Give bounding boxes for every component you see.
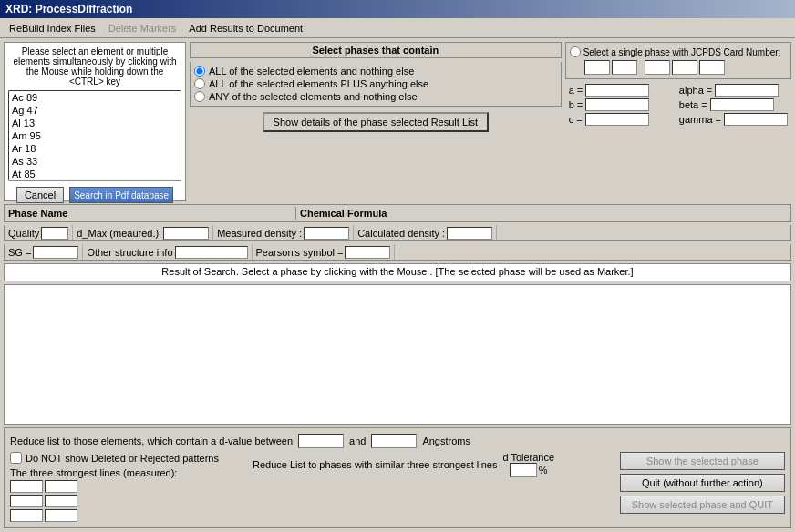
element-instructions: Please select an element or multiple ele…	[8, 46, 181, 87]
tolerance-input[interactable]: 5	[510, 463, 537, 477]
radio-any[interactable]: ANY of the selected elements and nothing…	[194, 91, 557, 102]
element-panel: Please select an element or multiple ele…	[4, 42, 186, 201]
chemical-formula-label: Chemical Formula	[296, 207, 790, 220]
lattice-gamma-input[interactable]	[724, 113, 788, 126]
measured-density-input[interactable]	[304, 227, 349, 240]
calculated-density-input[interactable]	[447, 227, 492, 240]
menu-rebuild[interactable]: ReBuild Index Files	[4, 22, 101, 35]
cancel-button[interactable]: Cancel	[16, 187, 64, 203]
jcpds-input-3[interactable]	[645, 60, 670, 75]
quality-label: Quality	[8, 228, 39, 239]
lattice-a-label: a =	[569, 85, 583, 96]
pearsons-input[interactable]	[345, 246, 390, 259]
sg-label: SG =	[8, 247, 31, 258]
measured-density-label: Measured density :	[217, 228, 302, 239]
value2-input[interactable]: 11.2	[371, 434, 417, 448]
phase-name-label: Phase Name	[5, 207, 296, 220]
line-input-3b[interactable]	[45, 509, 77, 522]
menu-delete: Delete Markers	[103, 22, 182, 35]
value1-input[interactable]: 5	[298, 434, 344, 448]
bottom-section: Reduce list to those elements, which con…	[4, 427, 791, 528]
pearsons-label: Pearson's symbol =	[256, 247, 344, 258]
show-quit-button[interactable]: Show selected phase and QUIT	[620, 496, 785, 514]
lattice-beta-input[interactable]	[710, 98, 774, 111]
dmax-label: d_Max (meaured.):	[77, 228, 161, 239]
other-structure-label: Other structure info	[87, 247, 172, 258]
and-label: and	[349, 435, 366, 446]
menu-bar: ReBuild Index Files Delete Markers Add R…	[0, 18, 795, 38]
tolerance-label: d Tolerance	[502, 452, 554, 463]
line-input-1b[interactable]	[45, 480, 77, 493]
lattice-alpha-label: alpha =	[679, 85, 712, 96]
line-input-2a[interactable]	[10, 495, 43, 507]
sg-input[interactable]	[33, 246, 78, 259]
phase-select-title: Select phases that contain	[190, 42, 562, 58]
jcpds-input-5[interactable]	[699, 60, 725, 75]
window-title: XRD: ProcessDiffraction	[5, 3, 132, 15]
result-list-area	[4, 284, 791, 425]
lattice-alpha-input[interactable]	[715, 84, 779, 97]
lattice-c-input[interactable]	[585, 113, 649, 126]
result-bar-text: Result of Search. Select a phase by clic…	[161, 266, 633, 277]
line-input-3a[interactable]	[10, 509, 43, 522]
line-input-2b[interactable]	[45, 495, 77, 507]
lattice-b-input[interactable]	[585, 98, 649, 111]
jcpds-input-1[interactable]	[584, 60, 610, 75]
lattice-c-label: c =	[569, 114, 583, 125]
lattice-a-input[interactable]	[585, 84, 649, 97]
angstroms-label: Angstroms	[422, 435, 470, 446]
jcpds-radio[interactable]	[570, 46, 581, 57]
three-strongest-label: The three strongest lines (measured):	[10, 467, 229, 478]
show-selected-button[interactable]: Show the selected phase	[620, 452, 785, 470]
menu-add-results[interactable]: Add Results to Document	[183, 22, 308, 35]
element-list[interactable]: Ac 89 Ag 47 Al 13 Am 95 Ar 18 As 33 At 8…	[8, 90, 181, 181]
jcpds-input-2[interactable]	[612, 60, 637, 75]
radio-all-nothing[interactable]: ALL of the selected elements and nothing…	[194, 66, 557, 77]
quit-button[interactable]: Quit (without further action)	[620, 474, 785, 492]
show-details-button[interactable]: Show details of the phase selected Resul…	[263, 112, 489, 132]
title-bar: XRD: ProcessDiffraction	[0, 0, 795, 18]
jcpds-label: Select a single phase with JCPDS Card Nu…	[583, 47, 781, 57]
result-info-bar: Result of Search. Select a phase by clic…	[4, 263, 791, 281]
other-structure-input[interactable]	[175, 246, 248, 259]
do-not-show-checkbox[interactable]	[10, 452, 22, 464]
dmax-input[interactable]	[163, 227, 209, 240]
lattice-beta-label: beta =	[679, 99, 707, 110]
line-input-1a[interactable]	[10, 480, 43, 493]
quality-input[interactable]	[41, 227, 68, 240]
radio-all-plus[interactable]: ALL of the selected elements PLUS anythi…	[194, 78, 557, 89]
search-pdf-button[interactable]: Search in Pdf database	[69, 187, 173, 203]
phase-info-bar: Phase Name Chemical Formula	[4, 204, 791, 222]
reduce-similar-label: Reduce List to phases with similar three…	[253, 459, 497, 470]
lattice-gamma-label: gamma =	[679, 114, 721, 125]
calculated-density-label: Calculated density :	[357, 228, 445, 239]
reduce-label: Reduce list to those elements, which con…	[10, 435, 293, 446]
jcpds-input-4[interactable]	[672, 60, 697, 75]
tolerance-pct: %	[539, 465, 548, 476]
lattice-b-label: b =	[569, 99, 583, 110]
do-not-show-label: Do NOT show Deleted or Rejected patterns	[26, 453, 219, 464]
